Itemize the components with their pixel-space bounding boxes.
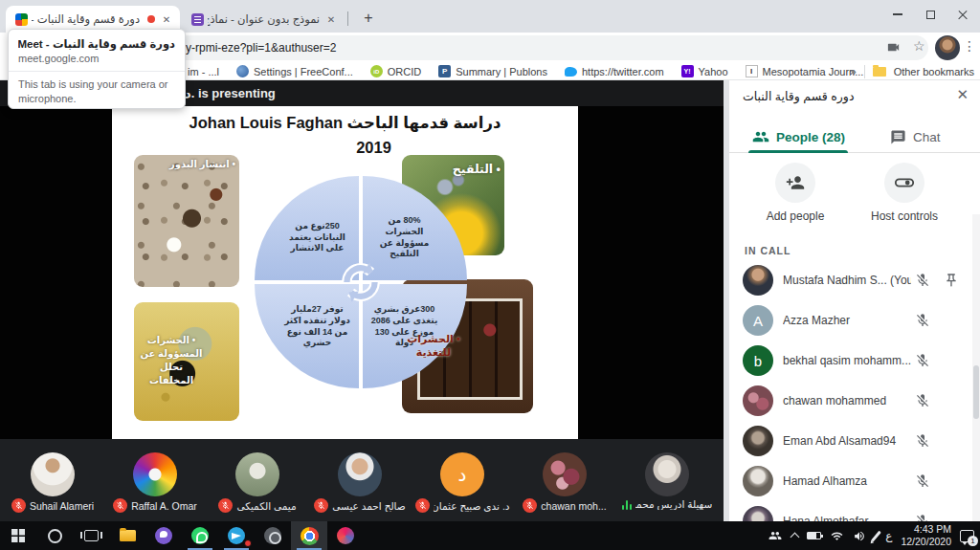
- bookmark-item[interactable]: P Summary | Publons: [438, 65, 547, 77]
- tab-strip: دورة قسم وقاية النبات - Meet ✕ نموذج بدو…: [0, 0, 980, 33]
- filmstrip-tile[interactable]: chawan moh...: [517, 439, 612, 521]
- minimize-button[interactable]: [881, 0, 914, 29]
- close-tab-icon[interactable]: ✕: [323, 11, 339, 27]
- tab-people[interactable]: People (28): [752, 121, 845, 153]
- pinned-app-button[interactable]: [327, 521, 364, 550]
- close-tab-icon[interactable]: ✕: [159, 11, 174, 27]
- avatar: b: [743, 345, 773, 376]
- panel-scrollbar[interactable]: [972, 214, 980, 521]
- participant-row[interactable]: A Azza Mazher: [729, 300, 980, 341]
- avatar: [743, 385, 773, 416]
- participant-row[interactable]: Hana Almothafar: [729, 501, 980, 521]
- participant-row[interactable]: chawan mohammed: [729, 381, 980, 421]
- cycle-arrows-icon: [337, 258, 385, 306]
- ants-photo: [134, 155, 239, 287]
- clock-date: 12/20/2020: [901, 536, 951, 548]
- more-options-icon[interactable]: [944, 353, 955, 370]
- file-explorer-button[interactable]: [109, 521, 145, 550]
- filmstrip-tile[interactable]: صالح احمد عيسى: [312, 439, 408, 521]
- maximize-button[interactable]: [914, 0, 947, 29]
- panel-actions: Add people Host controls: [729, 163, 980, 233]
- language-indicator[interactable]: ع: [885, 529, 892, 542]
- add-people-button[interactable]: Add people: [743, 163, 848, 223]
- bookmark-item[interactable]: Y! Yahoo: [681, 65, 728, 77]
- bookmark-item[interactable]: https://twitter.com: [565, 66, 664, 77]
- media-recording-icon: [147, 15, 155, 23]
- bookmark-star-icon[interactable]: ☆: [913, 38, 925, 54]
- bookmark-label: https://twitter.com: [582, 66, 664, 77]
- bookmark-item[interactable]: Settings | FreeConf...: [236, 65, 353, 77]
- add-people-label: Add people: [743, 209, 848, 223]
- show-hidden-icons-chevron[interactable]: [790, 533, 799, 542]
- bookmarks-overflow-icon[interactable]: »: [850, 65, 865, 78]
- bookmark-item[interactable]: I Mesopotamia Journ...: [746, 65, 864, 77]
- more-options-icon[interactable]: [944, 313, 955, 330]
- chrome-button[interactable]: [291, 521, 327, 550]
- task-view-button[interactable]: [73, 521, 109, 550]
- tab-title: دورة قسم وقاية النبات - Meet: [32, 12, 140, 26]
- avatar: [133, 452, 177, 496]
- whatsapp-button[interactable]: [182, 521, 218, 550]
- participant-name: سهيلة ادريس محمد: [635, 498, 712, 510]
- mic-off-icon: [915, 393, 930, 412]
- windows-ink-icon[interactable]: [871, 530, 880, 541]
- participant-name: Azza Mazher: [783, 300, 911, 341]
- avatar: [645, 452, 689, 496]
- bookmark-item[interactable]: iD ORCID: [370, 65, 421, 77]
- mic-muted-badge-icon: [314, 498, 328, 513]
- close-window-button[interactable]: [947, 0, 979, 29]
- close-panel-icon[interactable]: ✕: [956, 86, 969, 103]
- clock[interactable]: 4:43 PM 12/20/2020: [901, 523, 951, 548]
- cortana-button[interactable]: [36, 521, 73, 550]
- participant-row[interactable]: Eman Abd Alsamad94: [729, 421, 980, 461]
- filmstrip-tile[interactable]: Suhail Alameri: [5, 439, 100, 521]
- more-options-icon[interactable]: [944, 433, 955, 451]
- filmstrip-tile[interactable]: سهيلة ادريس محمد: [619, 439, 715, 521]
- wifi-icon[interactable]: [830, 530, 844, 542]
- action-center-icon[interactable]: 1: [960, 530, 974, 542]
- tab-chat[interactable]: Chat: [890, 121, 941, 153]
- more-options-icon[interactable]: [944, 393, 955, 410]
- battery-icon[interactable]: [807, 532, 821, 539]
- new-tab-button[interactable]: +: [356, 6, 381, 31]
- bookmark-label: Summary | Publons: [456, 66, 547, 77]
- participant-row[interactable]: Mustafa Nadhim S... (You): [729, 260, 980, 300]
- panel-tabs: People (28) Chat: [729, 121, 980, 153]
- host-controls-button[interactable]: Host controls: [852, 163, 957, 223]
- avatar: [743, 426, 773, 456]
- pin-icon[interactable]: [944, 273, 959, 292]
- filmstrip-tile[interactable]: د د. ندى صبيح عثمان: [414, 439, 510, 521]
- participant-name: Eman Abd Alsamad94: [783, 421, 911, 461]
- mic-off-icon: [915, 353, 930, 372]
- tab-google-forms[interactable]: نموذج بدون عنوان - نماذج Google ✕: [184, 6, 345, 33]
- notification-count-badge: 1: [968, 536, 978, 546]
- avatar: A: [743, 305, 773, 336]
- filmstrip-tile[interactable]: ميمي الكميكي: [210, 439, 305, 521]
- participant-row[interactable]: b bekhal qasim mohamm...: [729, 341, 980, 381]
- volume-icon[interactable]: [853, 530, 866, 542]
- folder-icon: [873, 67, 886, 77]
- camera-app-button[interactable]: [255, 521, 291, 550]
- tray-people-icon[interactable]: [768, 529, 783, 542]
- clock-time: 4:43 PM: [901, 523, 951, 536]
- filmstrip-tile[interactable]: Raffal A. Omar: [107, 439, 203, 521]
- avatar-letter: A: [753, 313, 763, 329]
- label-pollination: • التلقيح: [428, 162, 501, 176]
- camera-in-use-icon[interactable]: [886, 40, 901, 58]
- cortana-icon: [48, 529, 62, 543]
- more-options-icon[interactable]: [944, 473, 955, 491]
- profile-avatar[interactable]: [935, 35, 960, 60]
- participant-row[interactable]: Hamad Alhamza: [729, 461, 980, 501]
- mic-muted-badge-icon: [113, 498, 127, 513]
- telegram-button[interactable]: [218, 521, 255, 550]
- more-options-icon[interactable]: [944, 514, 955, 521]
- browser-menu-icon[interactable]: ⋮: [963, 38, 976, 54]
- bookmark-item[interactable]: im - ...l: [188, 66, 219, 77]
- participants-filmstrip: Suhail Alameri Raffal A. Omar: [0, 439, 724, 521]
- tab-hover-tooltip: دورة قسم وقاية النبات - Meet meet.google…: [8, 29, 186, 109]
- mic-muted-badge-icon: [415, 498, 430, 513]
- other-bookmarks-button[interactable]: Other bookmarks: [894, 66, 974, 77]
- viber-button[interactable]: [145, 521, 182, 550]
- start-button[interactable]: [0, 521, 36, 550]
- avatar: [743, 506, 773, 521]
